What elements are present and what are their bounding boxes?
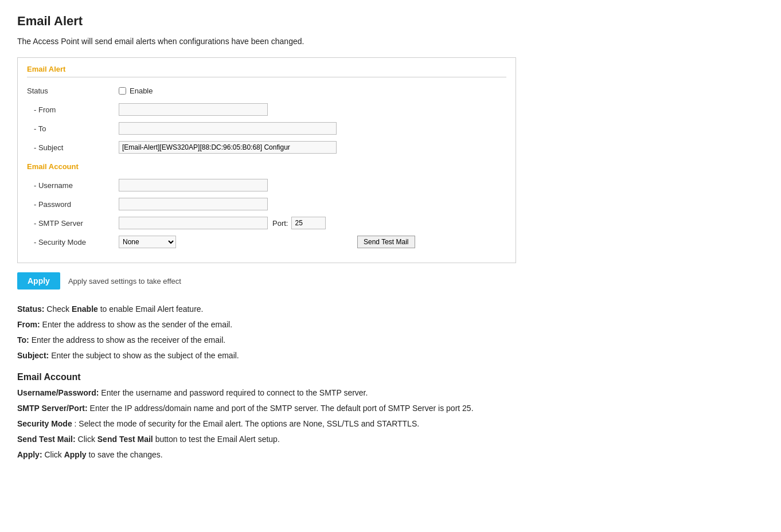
help-subject: Subject: Enter the subject to show as th…	[17, 350, 648, 362]
password-input[interactable]	[119, 198, 268, 210]
security-row: - Security Mode None SSL/TLS STARTTLS Se…	[27, 234, 506, 249]
page-description: The Access Point will send email alerts …	[17, 37, 764, 46]
to-row: - To	[27, 121, 506, 136]
help-smtp-bold: SMTP Server/Port:	[17, 404, 88, 413]
help-to-bold: To:	[17, 335, 29, 345]
help-enable-bold: Enable	[72, 304, 98, 314]
from-input[interactable]	[119, 103, 268, 116]
email-account-label: Email Account	[27, 162, 119, 171]
help-status-text: Check	[46, 304, 72, 314]
password-row: - Password	[27, 197, 506, 212]
status-row: Status Enable	[27, 83, 506, 98]
help-send-test-text2: button to test the Email Alert setup.	[155, 435, 280, 444]
subject-row: - Subject	[27, 140, 506, 155]
apply-hint: Apply saved settings to take effect	[68, 277, 181, 285]
help-apply-bold2: Apply	[64, 450, 87, 459]
port-group: Port:	[272, 217, 326, 229]
help-apply: Apply: Click Apply to save the changes.	[17, 449, 648, 461]
help-subject-bold: Subject:	[17, 351, 49, 360]
help-username-text: Enter the username and password required…	[101, 388, 368, 397]
help-from-text: Enter the address to show as the sender …	[42, 320, 233, 329]
status-label: Status	[27, 87, 119, 95]
help-security: Security Mode : Select the mode of secur…	[17, 418, 648, 430]
username-label: - Username	[27, 181, 119, 190]
help-smtp-text: Enter the IP address/domain name and por…	[90, 404, 474, 413]
enable-label: Enable	[130, 87, 153, 95]
help-from: From: Enter the address to show as the s…	[17, 319, 648, 331]
help-section: Status: Check Enable to enable Email Ale…	[17, 303, 648, 461]
send-test-mail-button[interactable]: Send Test Mail	[357, 236, 415, 248]
help-status-bold: Status:	[17, 304, 44, 314]
email-account-row: Email Account	[27, 159, 506, 174]
help-username: Username/Password: Enter the username an…	[17, 387, 648, 399]
security-label: - Security Mode	[27, 238, 119, 247]
help-send-test-bold: Send Test Mail:	[17, 435, 76, 444]
apply-row: Apply Apply saved settings to take effec…	[17, 272, 764, 290]
enable-checkbox[interactable]	[119, 87, 126, 95]
subject-input[interactable]	[119, 141, 337, 154]
help-smtp: SMTP Server/Port: Enter the IP address/d…	[17, 402, 648, 414]
help-status: Status: Check Enable to enable Email Ale…	[17, 303, 648, 315]
help-apply-text2: to save the changes.	[88, 450, 162, 459]
help-to: To: Enter the address to show as the rec…	[17, 334, 648, 346]
help-username-bold: Username/Password:	[17, 388, 99, 397]
help-to-text: Enter the address to show as the receive…	[32, 335, 226, 345]
help-send-test: Send Test Mail: Click Send Test Mail but…	[17, 433, 648, 445]
subject-label: - Subject	[27, 143, 119, 152]
help-send-test-text1: Click	[78, 435, 97, 444]
from-label: - From	[27, 105, 119, 114]
port-label: Port:	[272, 219, 288, 228]
help-security-text: : Select the mode of security for the Em…	[75, 419, 420, 428]
port-input[interactable]	[291, 217, 326, 229]
enable-checkbox-group: Enable	[119, 87, 153, 95]
username-row: - Username	[27, 178, 506, 193]
security-select[interactable]: None SSL/TLS STARTTLS	[119, 236, 176, 248]
help-subject-text: Enter the subject to show as the subject…	[51, 351, 239, 360]
form-section-header: Email Alert	[27, 65, 506, 77]
smtp-label: - SMTP Server	[27, 219, 119, 228]
help-apply-text1: Click	[44, 450, 64, 459]
page-title: Email Alert	[17, 14, 764, 29]
smtp-input[interactable]	[119, 217, 268, 229]
smtp-row: - SMTP Server Port:	[27, 216, 506, 230]
password-label: - Password	[27, 200, 119, 209]
help-status-rest: to enable Email Alert feature.	[100, 304, 204, 314]
help-send-test-bold2: Send Test Mail	[97, 435, 153, 444]
help-from-bold: From:	[17, 320, 40, 329]
username-input[interactable]	[119, 179, 268, 191]
help-security-bold: Security Mode	[17, 419, 72, 428]
help-apply-bold: Apply:	[17, 450, 42, 459]
from-row: - From	[27, 102, 506, 117]
security-controls: None SSL/TLS STARTTLS Send Test Mail	[119, 236, 415, 248]
email-account-subtitle: Email Account	[17, 372, 648, 382]
to-input[interactable]	[119, 122, 337, 135]
email-alert-form-section: Email Alert Status Enable - From - To - …	[17, 57, 516, 263]
to-label: - To	[27, 124, 119, 133]
apply-button[interactable]: Apply	[17, 272, 60, 290]
